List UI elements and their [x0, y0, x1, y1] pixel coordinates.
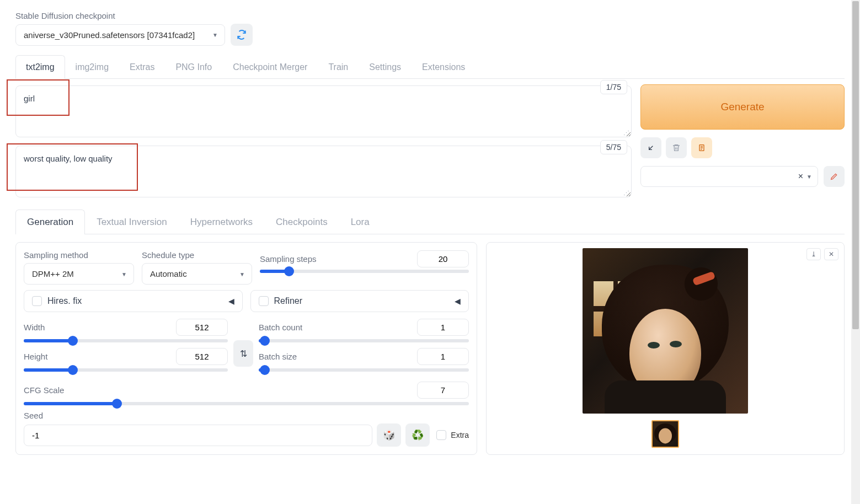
height-label: Height [24, 352, 47, 361]
width-slider[interactable] [24, 339, 228, 342]
subtab-generation[interactable]: Generation [15, 210, 85, 234]
tab-img2img[interactable]: img2img [65, 55, 119, 79]
chevron-down-icon: ▼ [806, 174, 812, 180]
prompt-token-count: 1/75 [600, 80, 627, 94]
refiner-accordion[interactable]: Refiner ◀ [250, 290, 469, 312]
generate-button[interactable]: Generate [640, 84, 845, 130]
schedule-type-dropdown[interactable]: Automatic [142, 263, 252, 285]
triangle-left-icon: ◀ [228, 297, 234, 305]
width-label: Width [24, 323, 45, 332]
prompt-input[interactable] [15, 85, 632, 137]
tab-checkpoint-merger[interactable]: Checkpoint Merger [222, 55, 318, 79]
close-image-button[interactable]: ✕ [824, 248, 838, 260]
subtab-checkpoints[interactable]: Checkpoints [264, 210, 339, 234]
hires-fix-checkbox[interactable] [32, 296, 42, 306]
batch-size-input[interactable] [417, 348, 469, 365]
download-icon: ⤓ [811, 250, 816, 258]
checkpoint-dropdown[interactable]: aniverse_v30Pruned.safetensors [07341fca… [15, 24, 225, 46]
output-thumbnail[interactable] [651, 420, 679, 448]
sampling-method-label: Sampling method [24, 250, 134, 260]
output-image[interactable] [583, 248, 748, 414]
sampling-steps-input[interactable] [417, 250, 469, 267]
tab-settings[interactable]: Settings [359, 55, 412, 79]
seed-input[interactable] [24, 425, 372, 446]
refresh-icon [237, 30, 247, 40]
swap-dimensions-button[interactable]: ⇅ [233, 340, 253, 367]
batch-count-slider[interactable] [259, 339, 469, 342]
swap-icon: ⇅ [240, 348, 247, 359]
sampling-steps-slider[interactable] [260, 270, 469, 273]
cfg-scale-input[interactable] [417, 382, 469, 399]
batch-count-label: Batch count [259, 323, 302, 332]
pencil-icon [830, 172, 838, 181]
negative-prompt-input[interactable] [15, 146, 632, 197]
tab-extensions[interactable]: Extensions [412, 55, 476, 79]
seed-label: Seed [24, 411, 469, 420]
batch-size-slider[interactable] [259, 368, 469, 372]
batch-size-label: Batch size [259, 352, 297, 361]
sub-tabs: GenerationTextual InversionHypernetworks… [15, 209, 845, 234]
subtab-lora[interactable]: Lora [339, 210, 381, 234]
subtab-textual-inversion[interactable]: Textual Inversion [85, 210, 179, 234]
tab-txt2img[interactable]: txt2img [15, 55, 65, 79]
checkpoint-label: Stable Diffusion checkpoint [15, 11, 845, 20]
sampling-method-dropdown[interactable]: DPM++ 2M [24, 263, 134, 285]
cfg-scale-label: CFG Scale [24, 385, 64, 395]
seed-extra-label: Extra [451, 431, 469, 439]
cfg-scale-slider[interactable] [24, 402, 469, 405]
arrow-down-left-icon [647, 143, 655, 152]
hires-fix-label: Hires. fix [47, 296, 223, 306]
hires-fix-accordion[interactable]: Hires. fix ◀ [24, 290, 243, 312]
checkpoint-value: aniverse_v30Pruned.safetensors [07341fca… [24, 30, 195, 40]
triangle-left-icon: ◀ [455, 297, 461, 305]
seed-extra-checkbox[interactable] [436, 430, 446, 440]
save-image-button[interactable]: ⤓ [806, 248, 821, 260]
height-input[interactable] [176, 348, 228, 365]
batch-count-input[interactable] [417, 319, 469, 336]
width-input[interactable] [176, 319, 228, 336]
sampling-method-value: DPM++ 2M [32, 269, 74, 278]
random-seed-button[interactable]: 🎲 [377, 423, 401, 447]
edit-styles-button[interactable] [824, 166, 845, 187]
scrollbar-thumb[interactable] [852, 1, 859, 329]
height-slider[interactable] [24, 368, 228, 372]
interrogate-button[interactable] [640, 137, 661, 158]
page-scrollbar[interactable] [851, 0, 860, 504]
styles-dropdown[interactable]: × ▼ [640, 166, 818, 187]
refresh-checkpoint-button[interactable] [231, 24, 253, 46]
paste-button[interactable] [691, 137, 712, 158]
subtab-hypernetworks[interactable]: Hypernetworks [179, 210, 264, 234]
tab-png-info[interactable]: PNG Info [165, 55, 222, 79]
schedule-type-value: Automatic [150, 269, 187, 278]
recycle-icon: ♻️ [412, 429, 424, 441]
clipboard-icon [697, 143, 706, 152]
clear-prompt-button[interactable] [666, 137, 687, 158]
schedule-type-label: Schedule type [142, 250, 252, 260]
reuse-seed-button[interactable]: ♻️ [405, 423, 430, 447]
tab-extras[interactable]: Extras [119, 55, 165, 79]
dice-icon: 🎲 [383, 429, 395, 441]
refiner-label: Refiner [274, 296, 450, 306]
main-tabs: txt2imgimg2imgExtrasPNG InfoCheckpoint M… [15, 55, 845, 79]
clear-styles-icon[interactable]: × [798, 171, 803, 181]
close-icon: ✕ [829, 250, 834, 258]
sampling-steps-label: Sampling steps [260, 254, 317, 264]
trash-icon [672, 143, 681, 152]
tab-train[interactable]: Train [318, 55, 359, 79]
negative-prompt-token-count: 5/75 [600, 140, 627, 154]
refiner-checkbox[interactable] [259, 296, 269, 306]
